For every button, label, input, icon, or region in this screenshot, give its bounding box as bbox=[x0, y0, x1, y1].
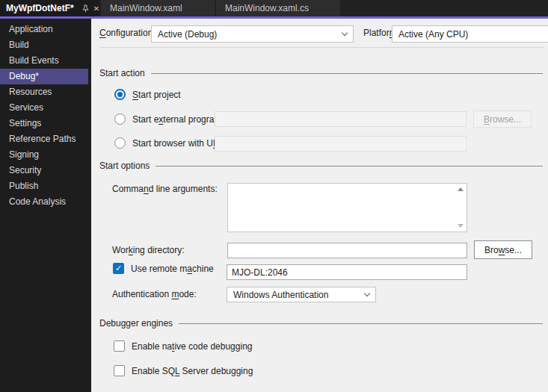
start-options-title: Start options bbox=[99, 161, 150, 171]
remote-machine-input[interactable] bbox=[227, 264, 467, 280]
sidebar-item-build-events[interactable]: Build Events bbox=[0, 53, 88, 69]
working-directory-input[interactable] bbox=[227, 243, 467, 258]
configuration-combobox[interactable]: Active (Debug) bbox=[151, 25, 354, 43]
sidebar-item-resources[interactable]: Resources bbox=[0, 84, 88, 100]
external-program-input[interactable] bbox=[215, 111, 467, 127]
config-separator bbox=[99, 47, 544, 48]
tab-label: MyWpfDotNetF* bbox=[6, 3, 74, 13]
use-remote-machine-option: ✓ Use remote machine bbox=[113, 263, 214, 274]
sidebar-item-publish[interactable]: Publish bbox=[0, 178, 88, 194]
native-debugging-label: Enable native code debugging bbox=[132, 341, 252, 352]
pin-icon[interactable] bbox=[81, 4, 90, 13]
scroll-up-icon[interactable] bbox=[458, 187, 464, 191]
tab-mainwindow-xaml-cs[interactable]: MainWindow.xaml.cs bbox=[216, 0, 340, 16]
debug-page-content: Configuration: Active (Debug) Platform: … bbox=[91, 19, 548, 392]
use-remote-machine-label: Use remote machine bbox=[131, 264, 214, 274]
start-browser-label: Start browser with URL: bbox=[132, 138, 227, 149]
tab-label: MainWindow.xaml bbox=[110, 3, 182, 13]
working-directory-browse-button[interactable]: Browse... bbox=[474, 240, 532, 259]
start-project-label: Start project bbox=[132, 90, 181, 100]
sql-debugging-label: Enable SQL Server debugging bbox=[132, 366, 253, 376]
start-external-label: Start external program: bbox=[132, 114, 224, 125]
tab-mainwindow-xaml[interactable]: MainWindow.xaml bbox=[101, 0, 215, 16]
native-debugging-checkbox[interactable] bbox=[114, 340, 125, 352]
platform-value: Active (Any CPU) bbox=[398, 29, 468, 40]
sidebar-item-signing[interactable]: Signing bbox=[0, 147, 88, 163]
platform-combobox[interactable]: Active (Any CPU) bbox=[392, 25, 548, 43]
command-line-arguments-input[interactable] bbox=[227, 183, 467, 232]
start-browser-option: Start browser with URL: bbox=[114, 137, 227, 149]
authentication-mode-label: Authentication mode: bbox=[112, 289, 197, 299]
authentication-mode-combobox[interactable]: Windows Authentication bbox=[227, 287, 376, 302]
section-rule bbox=[151, 73, 543, 74]
start-action-section-header: Start action bbox=[99, 68, 543, 78]
sidebar-item-settings[interactable]: Settings bbox=[0, 116, 88, 131]
sidebar-item-debug[interactable]: Debug* bbox=[0, 69, 88, 84]
use-remote-machine-checkbox[interactable]: ✓ bbox=[113, 263, 124, 274]
document-tab-bar: MyWpfDotNetF* ✕ MainWindow.xaml MainWind… bbox=[0, 0, 548, 16]
check-icon: ✓ bbox=[115, 264, 122, 273]
close-icon[interactable]: ✕ bbox=[93, 4, 99, 13]
sql-debugging-option: Enable SQL Server debugging bbox=[114, 365, 253, 376]
sidebar-item-code-analysis[interactable]: Code Analysis bbox=[0, 194, 88, 210]
debugger-engines-section-header: Debugger engines bbox=[99, 318, 543, 329]
property-pages-sidebar: Application Build Build Events Debug* Re… bbox=[0, 19, 91, 392]
sidebar-item-reference-paths[interactable]: Reference Paths bbox=[0, 131, 88, 147]
chevron-down-icon bbox=[364, 290, 370, 296]
scroll-down-icon[interactable] bbox=[458, 224, 464, 228]
command-line-label: Command line arguments: bbox=[112, 184, 218, 194]
tab-label: MainWindow.xaml.cs bbox=[225, 3, 309, 13]
working-directory-label: Working directory: bbox=[112, 245, 184, 255]
debugger-engines-title: Debugger engines bbox=[99, 318, 173, 329]
start-action-title: Start action bbox=[99, 68, 145, 78]
tab-mywpfdotnetf[interactable]: MyWpfDotNetF* ✕ bbox=[0, 0, 99, 16]
start-external-option: Start external program: bbox=[114, 113, 224, 125]
start-project-option: Start project bbox=[114, 89, 181, 100]
scrollbar[interactable] bbox=[454, 184, 467, 231]
section-rule bbox=[179, 323, 543, 324]
external-program-browse-button[interactable]: Browse... bbox=[473, 111, 532, 128]
chevron-down-icon bbox=[342, 30, 348, 36]
section-rule bbox=[156, 166, 543, 167]
configuration-label: Configuration: bbox=[99, 28, 156, 38]
sidebar-item-security[interactable]: Security bbox=[0, 163, 88, 178]
sidebar-item-services[interactable]: Services bbox=[0, 100, 88, 116]
configuration-value: Active (Debug) bbox=[158, 29, 217, 40]
authentication-mode-value: Windows Authentication bbox=[233, 290, 328, 300]
sql-debugging-checkbox[interactable] bbox=[114, 365, 125, 376]
browser-url-input[interactable] bbox=[215, 136, 467, 152]
sidebar-item-application[interactable]: Application bbox=[0, 22, 88, 37]
native-debugging-option: Enable native code debugging bbox=[114, 340, 252, 352]
start-project-radio[interactable] bbox=[114, 89, 126, 100]
start-options-section-header: Start options bbox=[99, 161, 543, 171]
tab-bar-filler bbox=[342, 0, 548, 16]
start-browser-radio[interactable] bbox=[114, 137, 126, 149]
sidebar-item-build[interactable]: Build bbox=[0, 37, 88, 53]
start-external-radio[interactable] bbox=[114, 113, 126, 125]
